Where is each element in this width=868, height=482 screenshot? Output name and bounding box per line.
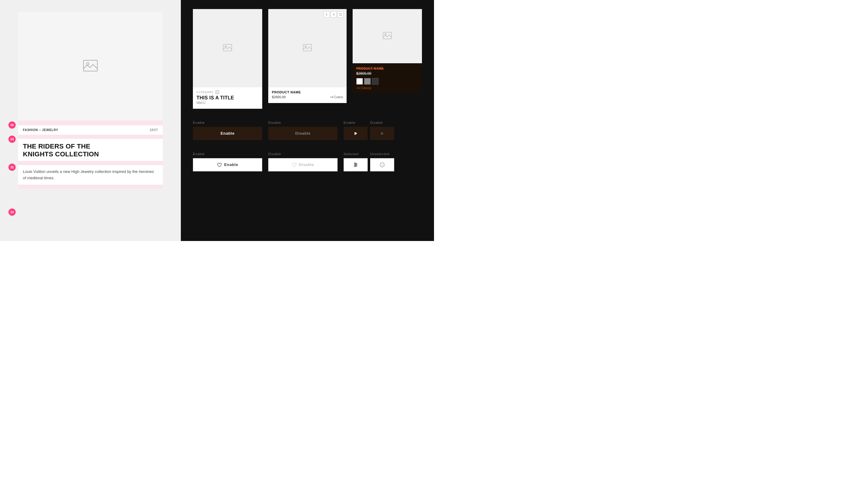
disable-button[interactable]: Disable (268, 127, 338, 140)
left-panel: FASHION – JEWELRY 18/07 THE RIDERS OF TH… (0, 0, 181, 241)
btn-outline-enable-label: Enable (193, 152, 262, 156)
card-1-image (193, 9, 262, 87)
btn-group-enable: Enable Enable (193, 121, 262, 140)
card-2-price: $2800,00 (272, 95, 286, 99)
btn-enable-label: Enable (193, 121, 262, 124)
enable-button[interactable]: Enable (193, 127, 262, 140)
btn-labels-row: Enable Disable (344, 121, 394, 124)
right-panel: CATEGORY THIS IS A TITLE MM/JJ (181, 0, 434, 241)
article-date: 18/07 (150, 128, 158, 132)
small-play-enable[interactable] (344, 127, 368, 140)
small-play-disable[interactable] (370, 127, 394, 140)
btn-small-disable-label: Disable (370, 121, 394, 124)
article-card: FASHION – JEWELRY 18/07 THE RIDERS OF TH… (18, 12, 163, 189)
article-category: FASHION – JEWELRY (23, 128, 58, 132)
svg-point-7 (385, 34, 386, 35)
svg-rect-4 (303, 44, 312, 51)
card-3-name: PRODUCT NAME (356, 67, 418, 70)
card-1-category: CATEGORY (196, 91, 214, 94)
icon-btns-row: ? (344, 158, 394, 171)
btn-group-small: Enable Disable (344, 121, 394, 140)
swatch-white[interactable] (356, 78, 363, 85)
svg-point-3 (225, 46, 227, 47)
svg-rect-0 (84, 60, 97, 71)
card-1-title: THIS IS A TITLE (196, 95, 258, 101)
product-card-1: CATEGORY THIS IS A TITLE MM/JJ (193, 9, 262, 109)
card-2-nav (324, 11, 344, 18)
card-1-info: CATEGORY THIS IS A TITLE MM/JJ (193, 87, 262, 109)
btn-small-enable-label: Enable (344, 121, 368, 124)
btn-disable-label: Disable (268, 121, 338, 124)
card-3-image-icon (383, 32, 392, 40)
card-1-label-box (216, 90, 219, 94)
card-3-price: $2800,00 (356, 71, 418, 75)
cards-row: CATEGORY THIS IS A TITLE MM/JJ (193, 9, 422, 109)
svg-rect-6 (383, 32, 392, 39)
article-content: FASHION – JEWELRY 18/07 THE RIDERS OF TH… (18, 121, 163, 189)
card-2-expand[interactable] (338, 11, 344, 18)
spacing-row-2 (18, 135, 163, 139)
btn-group-icon-small: Selected Unselected (344, 152, 394, 171)
badge-24a: 24 (8, 135, 16, 143)
btn-filter-selected[interactable] (344, 158, 368, 171)
btn-help-unselected[interactable]: ? (370, 158, 394, 171)
svg-rect-13 (354, 163, 355, 164)
article-meta: FASHION – JEWELRY 18/07 (18, 125, 163, 135)
btn-outline-disable-label: Disable (268, 152, 338, 156)
badge-32: 32 (8, 164, 16, 171)
badge-40: 40 (8, 121, 16, 129)
outline-enable-button[interactable]: Enable (193, 158, 262, 171)
card-1-image-icon (223, 44, 232, 53)
product-card-2: PRODUCT NAME $2800,00 +4 Colors (268, 9, 347, 103)
svg-text:?: ? (381, 164, 383, 167)
card-2-image (268, 9, 347, 87)
card-3-bottom: PRODUCT NAME $2800,00 +4 Color(s) (352, 63, 422, 93)
card-1-date: MM/JJ (196, 101, 258, 104)
article-body: Louis Vuitton unveils a new High Jewelry… (18, 165, 163, 185)
spacing-row-1 (18, 121, 163, 125)
svg-point-5 (305, 46, 307, 47)
outline-disable-button[interactable]: Disable (268, 158, 338, 171)
article-image (18, 12, 163, 121)
card-3-colors: +4 Color(s) (356, 87, 418, 90)
buttons-section-2: Enable Enable Disable Disable Selected (193, 152, 422, 171)
svg-marker-9 (381, 132, 384, 135)
card-2-name: PRODUCT NAME (272, 90, 343, 94)
product-card-3: PRODUCT NAME $2800,00 +4 Color(s) (352, 9, 422, 93)
swatch-gray[interactable] (364, 78, 371, 85)
article-title: THE RIDERS OF THE KNIGHTS COLLECTION (18, 139, 163, 161)
btn-group-disable: Disable Disable (268, 121, 338, 140)
svg-point-1 (87, 63, 89, 65)
card-3-image (352, 9, 422, 63)
card-2-info: PRODUCT NAME $2800,00 +4 Colors (268, 87, 347, 103)
badge-24b: 24 (8, 208, 16, 216)
spacing-row-4 (18, 185, 163, 189)
svg-rect-14 (355, 164, 357, 165)
card-1-label: CATEGORY (196, 90, 258, 94)
btn-group-outline-enable: Enable Enable (193, 152, 262, 171)
image-placeholder-icon (83, 60, 98, 73)
spacing-row-3 (18, 161, 163, 165)
btn-group-outline-disable: Disable Disable (268, 152, 338, 171)
card-2-colors: +4 Colors (330, 96, 343, 99)
btn-unselected-label: Unselected (370, 152, 394, 156)
card-2-prev[interactable] (324, 11, 330, 18)
buttons-section-1: Enable Enable Disable Disable Enable Dis… (193, 121, 422, 140)
svg-rect-2 (223, 44, 232, 51)
card-2-next[interactable] (331, 11, 337, 18)
card-2-image-icon (303, 44, 312, 53)
swatch-dark[interactable] (372, 78, 378, 85)
svg-rect-15 (354, 165, 355, 167)
card-3-swatches (356, 78, 418, 85)
btns-row (344, 127, 394, 140)
svg-marker-8 (355, 132, 358, 135)
btn-selected-label: Selected (344, 152, 368, 156)
card-2-price-row: $2800,00 +4 Colors (272, 95, 343, 99)
btn-icon-labels-row: Selected Unselected (344, 152, 394, 156)
